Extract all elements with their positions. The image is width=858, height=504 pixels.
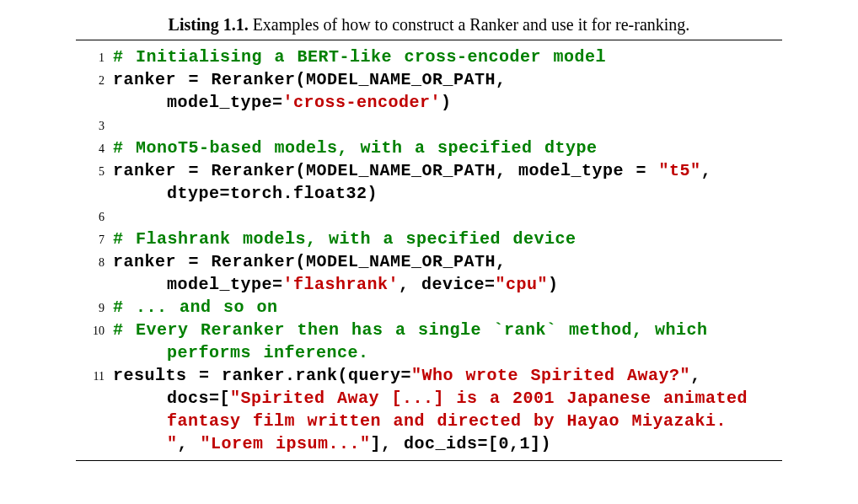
string-literal: "Who wrote Spirited Away?": [411, 366, 690, 385]
code-line-cont: docs=["Spirited Away [...] is a 2001 Jap…: [76, 387, 782, 410]
code-line: 10 # Every Reranker then has a single `r…: [76, 319, 782, 341]
listing-label: Listing 1.1.: [169, 15, 249, 34]
code-frag: ,: [178, 434, 201, 453]
line-number-empty: [76, 443, 113, 448]
comment-text: # Initialising a BERT-like cross-encoder…: [113, 46, 782, 68]
code-text: ", "Lorem ipsum..."], doc_ids=[0,1]): [113, 432, 782, 455]
code-line: 8 ranker = Reranker(MODEL_NAME_OR_PATH,: [76, 250, 782, 273]
string-literal: "Spirited Away [...] is a 2001 Japanese …: [230, 389, 748, 408]
code-line: 5 ranker = Reranker(MODEL_NAME_OR_PATH, …: [76, 159, 782, 182]
line-number: 11: [76, 364, 113, 385]
code-text: ranker = Reranker(MODEL_NAME_OR_PATH,: [113, 68, 782, 91]
comment-text: # ... and so on: [113, 296, 782, 319]
code-text: dtype=torch.float32): [113, 182, 782, 205]
code-text: ranker = Reranker(MODEL_NAME_OR_PATH,: [113, 250, 782, 273]
code-frag: model_type=: [167, 93, 283, 112]
string-literal: 'flashrank': [283, 275, 400, 294]
code-line: 1 # Initialising a BERT-like cross-encod…: [76, 46, 782, 68]
line-number-empty: [76, 398, 113, 403]
line-number: 4: [76, 137, 113, 158]
line-number: 10: [76, 319, 113, 340]
string-literal: ": [167, 434, 178, 453]
line-number-empty: [76, 102, 113, 107]
line-number: 6: [76, 205, 113, 226]
listing-caption: Listing 1.1. Examples of how to construc…: [76, 15, 782, 35]
code-frag: ,: [701, 161, 712, 180]
code-line: 11 results = ranker.rank(query="Who wrot…: [76, 364, 782, 387]
code-line-cont: ", "Lorem ipsum..."], doc_ids=[0,1]): [76, 432, 782, 455]
comment-text: # Flashrank models, with a specified dev…: [113, 228, 782, 250]
code-frag: model_type=: [167, 275, 283, 294]
code-frag: results = ranker.rank(query=: [113, 366, 411, 385]
code-text: model_type='cross-encoder'): [113, 91, 782, 114]
line-number: 3: [76, 114, 113, 135]
string-literal: "t5": [659, 161, 701, 180]
code-line-cont: model_type='cross-encoder'): [76, 91, 782, 114]
code-frag: ,: [690, 366, 701, 385]
code-text: ranker = Reranker(MODEL_NAME_OR_PATH, mo…: [113, 159, 782, 182]
string-literal: "cpu": [496, 275, 549, 294]
code-text: model_type='flashrank', device="cpu"): [113, 273, 782, 296]
code-frag: ranker = Reranker(MODEL_NAME_OR_PATH, mo…: [113, 161, 659, 180]
line-number-empty: [76, 193, 113, 198]
code-frag: ): [441, 93, 452, 112]
code-line: 4 # MonoT5-based models, with a specifie…: [76, 137, 782, 159]
line-number: 8: [76, 250, 113, 271]
code-line-cont: fantasy film written and directed by Hay…: [76, 410, 782, 432]
string-literal: fantasy film written and directed by Hay…: [113, 410, 782, 432]
comment-text: # Every Reranker then has a single `rank…: [113, 319, 782, 341]
comment-text: # MonoT5-based models, with a specified …: [113, 137, 782, 159]
code-line: 2 ranker = Reranker(MODEL_NAME_OR_PATH,: [76, 68, 782, 91]
code-text: results = ranker.rank(query="Who wrote S…: [113, 364, 782, 387]
listing-container: Listing 1.1. Examples of how to construc…: [0, 0, 858, 480]
code-text: docs=["Spirited Away [...] is a 2001 Jap…: [113, 387, 782, 410]
code-line: 3: [76, 114, 782, 137]
line-number-empty: [76, 284, 113, 289]
listing-caption-text: Examples of how to construct a Ranker an…: [253, 15, 690, 34]
code-line-cont: model_type='flashrank', device="cpu"): [76, 273, 782, 296]
line-number: 1: [76, 46, 113, 67]
line-number-empty: [76, 352, 113, 357]
code-frag: ): [548, 275, 559, 294]
line-number: 7: [76, 228, 113, 249]
code-line: 7 # Flashrank models, with a specified d…: [76, 228, 782, 250]
blank-line: [113, 205, 782, 228]
code-frag: , device=: [399, 275, 496, 294]
code-line: 6: [76, 205, 782, 228]
line-number: 9: [76, 296, 113, 317]
code-line: 9 # ... and so on: [76, 296, 782, 319]
string-literal: 'cross-encoder': [283, 93, 442, 112]
string-literal: "Lorem ipsum...": [201, 434, 371, 453]
line-number-empty: [76, 421, 113, 426]
code-line-cont: dtype=torch.float32): [76, 182, 782, 205]
code-frag: docs=[: [167, 389, 230, 408]
line-number: 2: [76, 68, 113, 89]
code-line-cont: performs inference.: [76, 341, 782, 364]
code-frag: ], doc_ids=[0,1]): [371, 434, 552, 453]
line-number: 5: [76, 159, 113, 180]
code-listing: 1 # Initialising a BERT-like cross-encod…: [76, 40, 782, 460]
rule-bottom: [76, 460, 782, 461]
comment-text: performs inference.: [113, 341, 782, 364]
blank-line: [113, 114, 782, 137]
